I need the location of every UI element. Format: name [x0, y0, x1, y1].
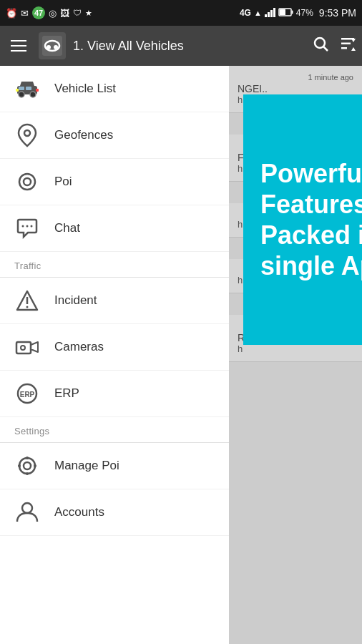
svg-point-26	[24, 130, 30, 136]
svg-point-44	[26, 472, 29, 475]
chat-label: Chat	[54, 221, 80, 235]
svg-point-21	[30, 92, 36, 97]
main-area: Vehicle List Geofences Poi	[0, 66, 362, 644]
svg-point-11	[315, 38, 325, 48]
svg-point-27	[19, 174, 35, 190]
clock-icon: ◎	[49, 8, 57, 19]
hamburger-button[interactable]	[6, 33, 31, 59]
erp-label: ERP	[54, 386, 79, 401]
svg-rect-1	[268, 12, 270, 17]
poi-label: Poi	[54, 175, 72, 189]
sidebar-item-erp[interactable]: ERP ERP	[0, 371, 229, 417]
warning-icon	[14, 288, 40, 313]
star-icon: ★	[85, 9, 92, 18]
signal-bars-icon	[265, 7, 276, 19]
time-label: 1 minute ago	[238, 73, 353, 82]
svg-rect-23	[26, 87, 31, 90]
vehicle-list-label: Vehicle List	[54, 82, 116, 96]
erp-icon: ERP	[14, 381, 40, 406]
svg-rect-25	[36, 89, 39, 92]
status-bar: ⏰ ✉ 47 ◎ 🖼 🛡 ★ 4G ▲ 47% 9:53 PM	[0, 0, 362, 26]
svg-point-30	[26, 225, 29, 228]
svg-point-29	[22, 225, 24, 228]
svg-point-46	[22, 503, 32, 513]
alarm-icon: ⏰	[6, 8, 17, 19]
svg-marker-16	[351, 39, 356, 42]
svg-point-40	[19, 458, 35, 474]
svg-marker-36	[31, 342, 38, 352]
settings-section-header: Settings	[0, 417, 229, 442]
toolbar: 1. View All Vehicles	[0, 26, 362, 66]
svg-point-42	[26, 457, 29, 459]
battery-icon	[279, 8, 293, 19]
manage-poi-icon	[14, 453, 40, 479]
svg-point-43	[34, 464, 36, 467]
sidebar-item-cameras[interactable]: Cameras	[0, 324, 229, 371]
svg-marker-19	[20, 82, 34, 86]
svg-rect-6	[280, 9, 285, 15]
car-icon	[14, 76, 40, 102]
promo-overlay: Powerful Features Packed in single Apps	[243, 94, 362, 345]
status-right: 4G ▲ 47% 9:53 PM	[240, 7, 356, 19]
sidebar-item-accounts[interactable]: Accounts	[0, 489, 229, 536]
sidebar-item-poi[interactable]: Poi	[0, 159, 229, 205]
sidebar-item-chat[interactable]: Chat	[0, 205, 229, 252]
geofences-label: Geofences	[54, 128, 113, 142]
svg-point-10	[54, 45, 58, 49]
svg-rect-15	[341, 47, 347, 49]
email-icon: ✉	[21, 8, 29, 19]
svg-rect-3	[273, 8, 275, 17]
sidebar-drawer: Vehicle List Geofences Poi	[0, 66, 229, 644]
svg-point-37	[21, 346, 25, 350]
signal-icon: ▲	[254, 9, 262, 17]
svg-point-20	[19, 92, 24, 97]
time-display: 9:53 PM	[319, 7, 356, 19]
camera-icon	[14, 334, 40, 360]
poi-icon	[14, 169, 40, 195]
item-text: NGEI..	[238, 83, 353, 94]
sidebar-item-manage-poi[interactable]: Manage Poi	[0, 443, 229, 489]
sort-filter-button[interactable]	[339, 35, 356, 57]
network-label: 4G	[240, 8, 251, 18]
svg-rect-14	[341, 43, 351, 45]
chat-icon	[14, 215, 40, 241]
app-logo	[39, 32, 66, 59]
location-icon	[14, 122, 40, 148]
image-icon: 🖼	[60, 8, 69, 19]
sidebar-item-vehicle-list[interactable]: Vehicle List	[0, 66, 229, 112]
svg-rect-0	[265, 14, 267, 17]
svg-point-45	[18, 464, 21, 467]
svg-rect-35	[16, 342, 31, 353]
svg-point-34	[26, 306, 29, 308]
svg-marker-17	[351, 47, 356, 51]
battery-percent: 47%	[296, 8, 313, 18]
right-panel: 1 minute ago NGEI.. h 5 minutes ago FOR …	[229, 66, 362, 644]
promo-text: Powerful Features Packed in single Apps	[260, 158, 362, 282]
svg-point-41	[24, 462, 31, 469]
svg-line-12	[324, 47, 328, 52]
manage-poi-label: Manage Poi	[54, 459, 119, 473]
incident-label: Incident	[54, 293, 97, 308]
search-button[interactable]	[312, 35, 329, 57]
status-left-icons: ⏰ ✉ 47 ◎ 🖼 🛡 ★	[6, 6, 92, 19]
svg-point-28	[24, 178, 31, 185]
toolbar-title: 1. View All Vehicles	[73, 39, 305, 54]
sidebar-item-incident[interactable]: Incident	[0, 278, 229, 324]
svg-rect-2	[270, 10, 273, 17]
badge-47-icon: 47	[32, 6, 45, 19]
toolbar-actions	[312, 35, 356, 57]
svg-rect-22	[19, 87, 24, 90]
svg-point-31	[31, 225, 33, 228]
svg-text:ERP: ERP	[20, 391, 35, 399]
shield-icon: 🛡	[73, 8, 82, 18]
svg-rect-5	[291, 10, 293, 14]
traffic-section-header: Traffic	[0, 252, 229, 277]
accounts-icon	[14, 499, 40, 525]
accounts-label: Accounts	[54, 505, 104, 519]
svg-rect-24	[16, 89, 19, 92]
cameras-label: Cameras	[54, 340, 104, 354]
sidebar-item-geofences[interactable]: Geofences	[0, 112, 229, 159]
svg-point-9	[47, 45, 51, 49]
